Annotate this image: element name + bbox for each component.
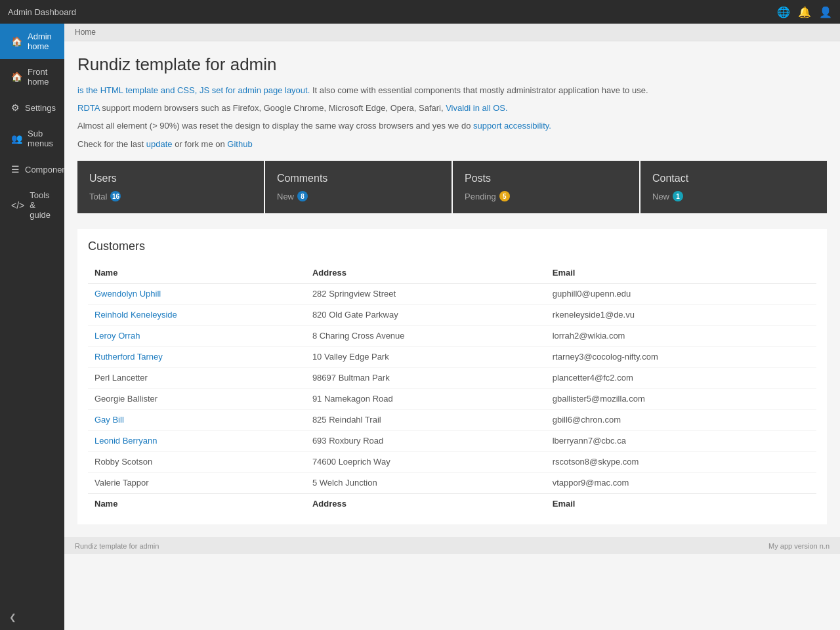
group-icon: 👥 [11,133,22,144]
github-link[interactable]: Github [227,139,252,149]
col-address-footer: Address [306,494,546,514]
front-home-icon: 🏠 [11,72,22,82]
stat-comments-label: New [277,192,294,201]
topbar-icons: 🌐 🔔 👤 [777,6,832,18]
customer-name: Robby Scotson [88,452,306,472]
footer-right: My app version n.n [768,542,830,550]
stat-card-posts[interactable]: Posts Pending 5 [453,161,639,213]
stat-users-title: Users [89,173,252,184]
description-3: Almost all element (> 90%) was reset the… [77,119,827,133]
customer-address: 8 Charing Cross Avenue [306,326,546,346]
stat-users-badge: 16 [110,191,121,201]
stat-comments-title: Comments [277,173,440,184]
sidebar-item-front-home[interactable]: 🏠 Front home [0,59,64,94]
stat-card-comments[interactable]: Comments New 8 [265,161,452,213]
table-row: Georgie Ballister91 Namekagon Roadgballi… [88,388,816,410]
stats-row: Users Total 16 Comments New 8 Posts [77,161,827,213]
table-row: Gwendolyn Uphill282 Springview Streetgup… [88,284,816,304]
breadcrumb: Home [64,24,840,41]
stat-posts-label: Pending [465,192,496,201]
customer-address: 5 Welch Junction [306,472,546,494]
customer-name: Gwendolyn Uphill [88,284,306,304]
customer-email: plancetter4@fc2.com [546,368,816,388]
table-row: Robby Scotson74600 Loeprich Wayrscotson8… [88,452,816,472]
stat-posts-title: Posts [465,173,627,184]
sidebar-item-components[interactable]: ☰ Components [0,156,64,182]
customer-name-link[interactable]: Rutherford Tarney [94,352,163,362]
stat-users-label: Total [89,192,107,201]
table-row: Rutherford Tarney10 Valley Edge Parkrtar… [88,346,816,368]
update-link[interactable]: update [146,139,173,149]
col-email-footer: Email [546,494,816,514]
customer-address: 98697 Bultman Park [306,368,546,388]
customer-address: 693 Roxbury Road [306,430,546,452]
accessibility-link[interactable]: support accessibility. [473,121,551,131]
sidebar-item-label: Admin home [28,32,55,51]
customer-name-link[interactable]: Gwendolyn Uphill [94,289,161,299]
customers-section: Customers Name Address Email Gwendolyn U… [77,229,827,524]
globe-icon[interactable]: 🌐 [777,6,790,18]
customer-email: gbill6@chron.com [546,410,816,430]
footer-left: Rundiz template for admin [75,542,159,550]
customer-email: rtarney3@cocolog-nifty.com [546,346,816,368]
bell-icon[interactable]: 🔔 [798,6,811,18]
customer-name: Georgie Ballister [88,388,306,410]
list-icon: ☰ [11,164,20,175]
table-row: Valerie Tappor5 Welch Junctionvtappor9@m… [88,472,816,494]
customer-name: Gay Bill [88,410,306,430]
customer-email: guphill0@upenn.edu [546,284,816,304]
code-icon: </> [11,200,24,211]
topbar: Admin Dashboard 🌐 🔔 👤 [0,0,840,24]
table-row: Leroy Orrah8 Charing Cross Avenuelorrah2… [88,326,816,346]
stat-card-contact[interactable]: Contact New 1 [640,161,827,213]
customers-title: Customers [88,240,816,253]
customer-address: 282 Springview Street [306,284,546,304]
stat-comments-sub: New 8 [277,191,440,201]
col-address: Address [306,262,546,284]
topbar-title: Admin Dashboard [8,7,76,17]
sidebar-item-label: Sub menus [28,129,55,148]
sidebar-item-settings[interactable]: ⚙ Settings [0,94,64,121]
customer-email: lberryann7@cbc.ca [546,430,816,452]
rdta-link[interactable]: RDTA [77,103,100,113]
table-row: Leonid Berryann693 Roxbury Roadlberryann… [88,430,816,452]
stat-posts-badge: 5 [499,191,510,201]
table-row: Reinhold Keneleyside820 Old Gate Parkway… [88,304,816,326]
customer-name-link[interactable]: Leonid Berryann [94,436,157,446]
table-header-row: Name Address Email [88,262,816,284]
customer-address: 91 Namekagon Road [306,388,546,410]
stat-contact-title: Contact [652,173,815,184]
sidebar-item-label: Front home [28,67,55,87]
sidebar: 🏠 Admin home 🏠 Front home ⚙ Settings 👥 S… [0,24,64,630]
customer-name: Valerie Tappor [88,472,306,494]
stat-card-users[interactable]: Users Total 16 [77,161,264,213]
sidebar-item-sub-menus[interactable]: 👥 Sub menus [0,121,64,156]
page-title: Rundiz template for admin [77,54,827,75]
table-row: Perl Lancetter98697 Bultman Parkplancett… [88,368,816,388]
sidebar-item-label: Tools & guide [30,190,55,220]
customer-name-link[interactable]: Gay Bill [94,415,124,425]
breadcrumb-home: Home [75,28,96,37]
customer-address: 820 Old Gate Parkway [306,304,546,326]
table-row: Gay Bill825 Reindahl Trailgbill6@chron.c… [88,410,816,430]
customer-name-link[interactable]: Leroy Orrah [94,331,140,341]
col-name-footer: Name [88,494,306,514]
customer-name: Rutherford Tarney [88,346,306,368]
sidebar-item-admin-home[interactable]: 🏠 Admin home [0,24,64,59]
sidebar-item-tools-guide[interactable]: </> Tools & guide [0,182,64,228]
customer-email: gballister5@mozilla.com [546,388,816,410]
table-footer-row: Name Address Email [88,494,816,514]
customer-name-link[interactable]: Reinhold Keneleyside [94,310,177,320]
main-content: Home Rundiz template for admin is the HT… [64,24,840,630]
stat-contact-badge: 1 [673,191,683,201]
desc-link-1[interactable]: is the HTML template and CSS, JS set for… [77,85,310,95]
vivaldi-link[interactable]: Vivaldi in all OS. [446,103,507,113]
gear-icon: ⚙ [11,102,20,113]
sidebar-collapse-button[interactable]: ❮ [0,604,64,630]
user-icon[interactable]: 👤 [819,6,832,18]
customer-name: Reinhold Keneleyside [88,304,306,326]
customer-name: Leonid Berryann [88,430,306,452]
description-2: RDTA support modern browsers such as Fir… [77,102,827,116]
update-line: Check for the last update or fork me on … [77,139,827,149]
col-name: Name [88,262,306,284]
